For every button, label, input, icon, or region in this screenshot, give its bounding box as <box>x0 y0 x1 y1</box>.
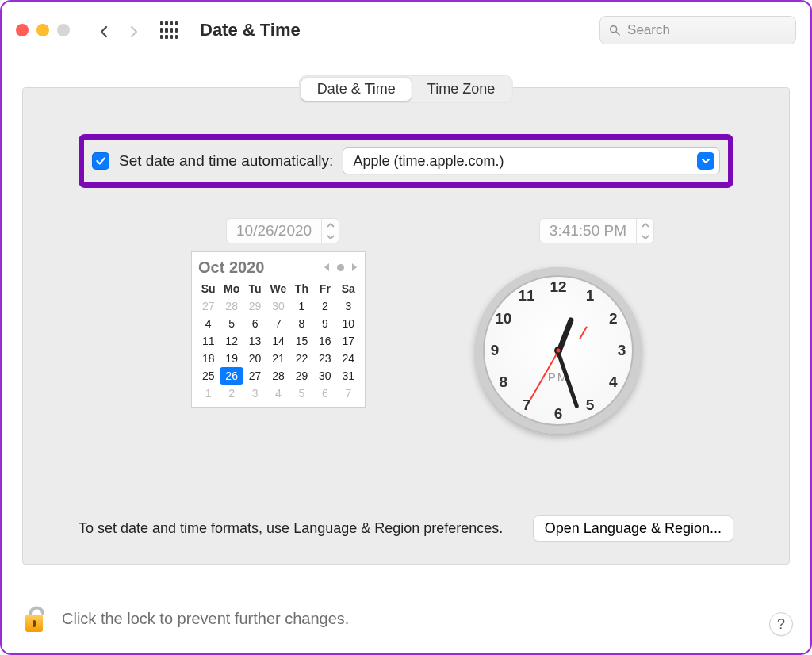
calendar-day[interactable]: 30 <box>313 367 336 385</box>
window-toolbar: Date & Time <box>2 2 810 59</box>
calendar-day: 28 <box>220 297 243 315</box>
date-stepper-arrows[interactable] <box>321 219 339 243</box>
clock-number: 1 <box>580 287 599 305</box>
calendar-day[interactable]: 19 <box>220 350 243 367</box>
calendar-day[interactable]: 25 <box>197 367 220 385</box>
nav-arrows <box>97 21 138 39</box>
lock-hint: Click the lock to prevent further change… <box>62 610 349 628</box>
prefs-panel: Date & Time Time Zone Set date and time … <box>22 87 790 565</box>
forward-button[interactable] <box>127 21 138 39</box>
calendar-day[interactable]: 7 <box>266 315 289 332</box>
calendar-day[interactable]: 21 <box>266 350 289 367</box>
clock-number: 11 <box>517 287 536 305</box>
calendar[interactable]: Oct 2020 SuMoTuWeThFrSa27282930123456789… <box>191 251 366 408</box>
calendar-day[interactable]: 14 <box>266 332 289 350</box>
help-button[interactable]: ? <box>769 612 793 636</box>
calendar-day: 30 <box>266 297 289 315</box>
calendar-day: 29 <box>243 297 266 315</box>
calendar-day[interactable]: 12 <box>220 332 243 350</box>
calendar-day[interactable]: 28 <box>266 367 289 385</box>
calendar-day[interactable]: 8 <box>290 315 313 332</box>
calendar-today-icon[interactable] <box>337 264 344 271</box>
calendar-day: 1 <box>197 385 220 402</box>
calendar-grid: SuMoTuWeThFrSa27282930123456789101112131… <box>197 280 360 402</box>
time-value: 3:41:50 PM <box>540 222 636 239</box>
svg-point-0 <box>611 26 617 33</box>
calendar-day[interactable]: 5 <box>220 315 243 332</box>
time-server-combobox[interactable]: Apple (time.apple.com.) <box>343 147 720 174</box>
calendar-day: 3 <box>243 385 266 402</box>
calendar-day: 5 <box>290 385 313 402</box>
time-stepper[interactable]: 3:41:50 PM <box>539 218 654 243</box>
clock-number: 10 <box>494 310 513 328</box>
calendar-day[interactable]: 23 <box>313 350 336 367</box>
lock-footer: Click the lock to prevent further change… <box>22 600 790 638</box>
calendar-day[interactable]: 11 <box>197 332 220 350</box>
calendar-prev-icon[interactable] <box>323 261 331 274</box>
format-hint: To set date and time formats, use Langua… <box>79 520 503 537</box>
calendar-day: 7 <box>337 385 360 402</box>
tab-bar: Date & Time Time Zone <box>299 75 513 103</box>
close-window-button[interactable] <box>16 24 29 36</box>
clock-number: 8 <box>494 373 513 391</box>
caret-down-icon[interactable] <box>322 231 339 243</box>
second-hand-tail <box>579 326 588 339</box>
calendar-day[interactable]: 9 <box>313 315 336 332</box>
calendar-day[interactable]: 4 <box>197 315 220 332</box>
calendar-day: 6 <box>313 385 336 402</box>
calendar-day[interactable]: 3 <box>337 297 360 315</box>
calendar-day[interactable]: 1 <box>290 297 313 315</box>
caret-down-icon[interactable] <box>637 231 653 243</box>
search-input[interactable] <box>627 22 787 38</box>
date-stepper[interactable]: 10/26/2020 <box>226 218 339 243</box>
clock-number: 12 <box>549 278 568 296</box>
date-value: 10/26/2020 <box>227 222 321 239</box>
calendar-dow: Sa <box>337 280 360 297</box>
calendar-title: Oct 2020 <box>198 259 264 277</box>
calendar-day[interactable]: 26 <box>220 367 243 385</box>
calendar-day[interactable]: 27 <box>243 367 266 385</box>
search-field[interactable] <box>599 16 796 44</box>
show-all-prefs-button[interactable] <box>160 21 178 39</box>
zoom-window-button[interactable] <box>57 24 70 36</box>
calendar-day[interactable]: 31 <box>337 367 360 385</box>
calendar-dow: Fr <box>313 280 336 297</box>
caret-up-icon[interactable] <box>637 219 653 231</box>
clock-number: 7 <box>517 396 536 414</box>
format-hint-row: To set date and time formats, use Langua… <box>79 515 733 542</box>
window-title: Date & Time <box>200 20 588 40</box>
calendar-day[interactable]: 6 <box>243 315 266 332</box>
tab-date-time[interactable]: Date & Time <box>301 78 412 101</box>
calendar-day[interactable]: 18 <box>197 350 220 367</box>
calendar-dow: Th <box>290 280 313 297</box>
calendar-day[interactable]: 24 <box>337 350 360 367</box>
minimize-window-button[interactable] <box>36 24 49 36</box>
time-server-value: Apple (time.apple.com.) <box>353 153 504 170</box>
time-stepper-arrows[interactable] <box>636 219 653 243</box>
calendar-next-icon[interactable] <box>350 261 358 274</box>
calendar-dow: Mo <box>220 280 243 297</box>
analog-clock: PM 121234567891011 <box>475 267 642 434</box>
caret-up-icon[interactable] <box>322 219 339 231</box>
traffic-lights <box>16 24 70 36</box>
calendar-day[interactable]: 16 <box>313 332 336 350</box>
calendar-dow: Su <box>197 280 220 297</box>
search-icon <box>608 23 621 37</box>
calendar-day[interactable]: 22 <box>290 350 313 367</box>
back-button[interactable] <box>97 21 108 39</box>
tab-time-zone[interactable]: Time Zone <box>412 78 511 101</box>
open-language-region-button[interactable]: Open Language & Region... <box>533 515 733 542</box>
clock-number: 5 <box>580 396 599 414</box>
chevron-down-icon <box>697 152 714 170</box>
auto-time-checkbox[interactable] <box>92 152 109 170</box>
calendar-day[interactable]: 15 <box>290 332 313 350</box>
calendar-day[interactable]: 17 <box>337 332 360 350</box>
calendar-day[interactable]: 2 <box>313 297 336 315</box>
calendar-day[interactable]: 29 <box>290 367 313 385</box>
lock-icon[interactable] <box>22 600 49 638</box>
svg-rect-3 <box>33 620 36 627</box>
calendar-day[interactable]: 20 <box>243 350 266 367</box>
calendar-dow: Tu <box>243 280 266 297</box>
calendar-day[interactable]: 13 <box>243 332 266 350</box>
calendar-day[interactable]: 10 <box>337 315 360 332</box>
